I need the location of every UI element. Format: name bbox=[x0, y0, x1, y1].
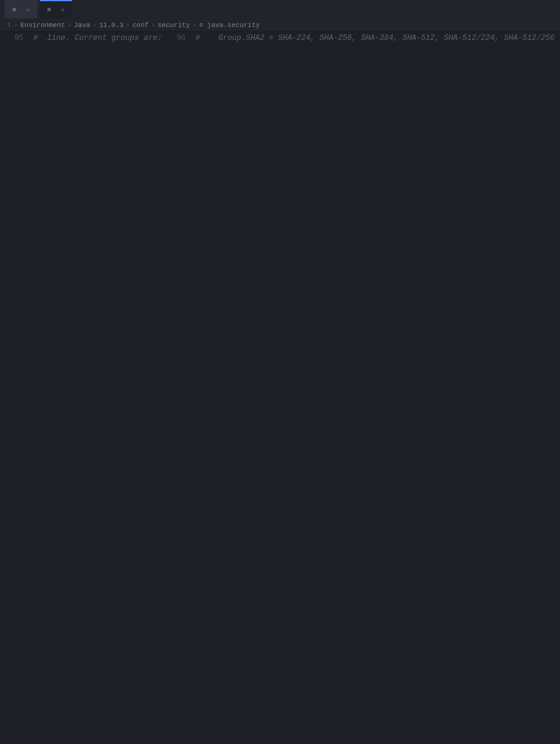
line-number: 96 bbox=[162, 34, 190, 42]
breadcrumb-version: 11.0.3 bbox=[99, 22, 123, 29]
table-row: 97# Group.HmacSHA2 = HmacSHA224, HmacSHA… bbox=[554, 32, 560, 44]
line-content: # line. Current groups are: bbox=[28, 34, 162, 42]
breadcrumb-file: ≡ java.security bbox=[199, 22, 260, 29]
table-row: 96# Group.SHA2 = SHA-224, SHA-256, SHA-3… bbox=[162, 32, 554, 44]
tab-bar: ≡ ✕ ≡ ✕ bbox=[0, 0, 560, 18]
tab-security[interactable]: ≡ ✕ bbox=[40, 0, 72, 18]
line-number: 95 bbox=[0, 34, 28, 42]
tab-uuid-close[interactable]: ✕ bbox=[26, 6, 30, 14]
editor: 95# line. Current groups are:96# Group.S… bbox=[0, 32, 560, 44]
line-content: # Group.SHA2 = SHA-224, SHA-256, SHA-384… bbox=[190, 34, 554, 42]
breadcrumb: ! › Environment › Java › 11.0.3 › conf ›… bbox=[0, 18, 560, 32]
security-file-icon: ≡ bbox=[47, 6, 52, 14]
tab-uuid[interactable]: ≡ ✕ bbox=[5, 0, 37, 18]
breadcrumb-conf: conf bbox=[133, 22, 149, 29]
breadcrumb-root: ! bbox=[7, 22, 12, 29]
breadcrumb-java: Java bbox=[74, 22, 90, 29]
table-row: 95# line. Current groups are: bbox=[0, 32, 162, 44]
breadcrumb-environment: Environment bbox=[20, 22, 65, 29]
line-number: 97 bbox=[554, 34, 560, 42]
md-icon: ≡ bbox=[12, 6, 17, 14]
title-bar: ≡ ✕ ≡ ✕ bbox=[0, 0, 560, 18]
breadcrumb-security: security bbox=[158, 22, 190, 29]
tab-security-close[interactable]: ✕ bbox=[61, 6, 64, 14]
